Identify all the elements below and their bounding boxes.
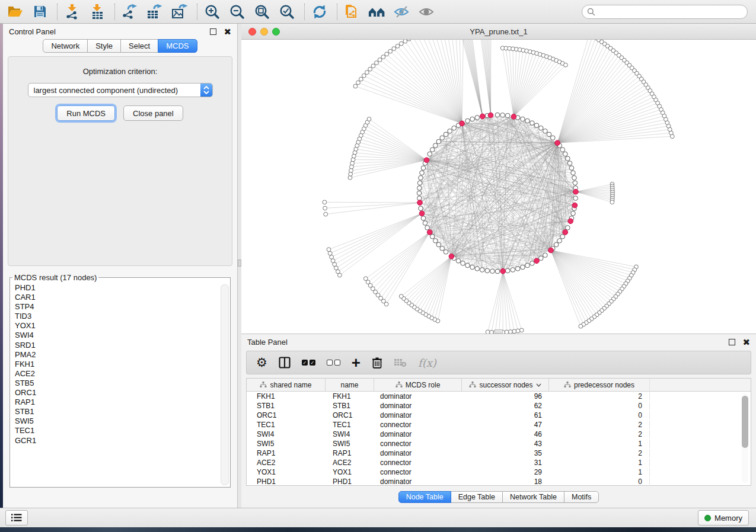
tab-node-table[interactable]: Node Table [398, 491, 451, 503]
network-overview-button[interactable] [368, 3, 386, 21]
clone-network-button[interactable] [343, 3, 361, 21]
table-row[interactable]: TEC1TEC1connector472 [247, 420, 751, 430]
search-input[interactable] [599, 7, 742, 17]
list-item[interactable]: TEC1 [15, 426, 230, 435]
import-table-button[interactable] [88, 3, 106, 21]
select-all-button[interactable]: ✓✓ [302, 355, 315, 370]
table-row[interactable]: STB1STB1dominator620 [247, 401, 751, 411]
memory-button[interactable]: Memory [698, 510, 749, 525]
close-panel-icon[interactable]: ✖ [742, 338, 750, 347]
list-item[interactable]: SRD1 [15, 341, 230, 350]
toolbar-separator [337, 4, 337, 20]
tab-select[interactable]: Select [120, 39, 158, 53]
deselect-all-button[interactable] [327, 355, 340, 370]
tab-style[interactable]: Style [87, 39, 121, 53]
column-header-successor-nodes[interactable]: successor nodes [462, 379, 549, 391]
list-item[interactable]: CAR1 [15, 293, 230, 302]
close-panel-icon[interactable]: ✖ [224, 27, 231, 36]
column-visibility-button[interactable] [279, 355, 291, 370]
list-item[interactable]: SWI4 [15, 331, 230, 340]
task-list-icon [11, 514, 22, 522]
list-item[interactable]: ORC1 [15, 388, 230, 398]
delete-table-icon [394, 358, 407, 367]
list-item[interactable]: PMA2 [15, 350, 230, 360]
result-scrollbar[interactable] [221, 284, 229, 485]
float-panel-icon[interactable] [210, 28, 216, 35]
table-row[interactable]: FKH1FKH1dominator962 [247, 392, 751, 401]
network-view-panel: YPA_prune.txt_1 [241, 24, 756, 334]
run-mcds-button[interactable]: Run MCDS [57, 105, 115, 121]
table-row[interactable]: ACE2ACE2connector311 [247, 458, 751, 467]
delete-column-button[interactable] [372, 355, 382, 370]
network-canvas[interactable] [241, 40, 756, 334]
control-panel-tabs: Network Style Select MCDS [3, 39, 237, 53]
list-item[interactable]: GCR1 [15, 436, 230, 446]
control-panel: Control Panel ✖ Network Style Select MCD… [3, 24, 238, 508]
list-item[interactable]: SWI5 [15, 416, 230, 426]
table-row[interactable]: PHD1PHD1dominator180 [247, 477, 751, 486]
network-graph[interactable] [241, 40, 756, 334]
refresh-icon [312, 4, 327, 20]
splitter-handle[interactable] [495, 329, 503, 334]
maximize-window-icon[interactable] [272, 28, 280, 36]
list-item[interactable]: ACE2 [15, 369, 230, 379]
control-panel-header: Control Panel ✖ [3, 24, 237, 39]
zoom-selected-button[interactable] [278, 3, 296, 21]
table-mode-button[interactable]: ⚙ [256, 355, 267, 370]
list-item[interactable]: RAP1 [15, 398, 230, 407]
export-table-button[interactable] [146, 3, 164, 21]
column-header-predecessor-nodes[interactable]: predecessor nodes [549, 379, 650, 391]
table-panel-header: Table Panel ✖ [241, 334, 756, 350]
zoom-out-button[interactable] [228, 3, 246, 21]
table-scrollbar[interactable] [742, 393, 748, 483]
list-item[interactable]: STB5 [15, 379, 230, 388]
save-session-button[interactable] [31, 3, 49, 21]
add-column-button[interactable]: + [352, 355, 361, 370]
search-box[interactable] [582, 5, 748, 19]
list-item[interactable]: TID3 [15, 312, 230, 321]
import-network-button[interactable] [63, 3, 81, 21]
zoom-in-icon [205, 4, 220, 20]
show-visual-details-button[interactable] [418, 3, 436, 21]
list-item[interactable]: YOX1 [15, 321, 230, 331]
table-row[interactable]: SWI4SWI4dominator462 [247, 430, 751, 439]
tab-mcds[interactable]: MCDS [158, 39, 197, 53]
float-panel-icon[interactable] [729, 339, 735, 345]
list-item[interactable]: FKH1 [15, 360, 230, 369]
zoom-fit-button[interactable] [253, 3, 271, 21]
toolbar-separator [114, 4, 115, 20]
table-row[interactable]: SWI5SWI5connector431 [247, 439, 751, 448]
minimize-window-icon[interactable] [260, 28, 268, 36]
mcds-result-list[interactable]: PHD1 CAR1 STP4 TID3 YOX1 SWI4 SRD1 PMA2 … [10, 283, 230, 446]
criterion-dropdown[interactable]: largest connected component (undirected) [28, 83, 213, 97]
list-item[interactable]: STP4 [15, 302, 230, 312]
table-row[interactable]: RAP1RAP1dominator352 [247, 448, 751, 458]
tab-motifs[interactable]: Motifs [564, 491, 599, 503]
open-folder-icon [7, 5, 23, 18]
refresh-layout-button[interactable] [311, 3, 328, 21]
export-network-button[interactable] [121, 3, 139, 21]
zoom-selected-icon [279, 4, 295, 20]
table-row[interactable]: ORC1ORC1dominator610 [247, 411, 751, 420]
close-panel-button[interactable]: Close panel [123, 105, 183, 121]
import-table-icon [91, 4, 104, 20]
network-window-titlebar[interactable]: YPA_prune.txt_1 [241, 24, 756, 40]
export-image-button[interactable] [171, 3, 189, 21]
tab-edge-table[interactable]: Edge Table [451, 491, 503, 503]
scrollbar-thumb[interactable] [742, 396, 748, 448]
table-header-row: shared name name MCDS role successor nod… [247, 379, 751, 392]
task-history-button[interactable] [5, 510, 28, 525]
list-item[interactable]: PHD1 [15, 283, 230, 293]
table-row[interactable]: YOX1YOX1connector291 [247, 467, 751, 477]
close-window-icon[interactable] [248, 28, 256, 36]
column-header-mcds-role[interactable]: MCDS role [374, 379, 462, 391]
hide-visual-details-button[interactable] [393, 3, 411, 21]
column-header-name[interactable]: name [326, 379, 374, 391]
zoom-in-button[interactable] [203, 3, 221, 21]
tab-network[interactable]: Network [43, 39, 88, 53]
tab-network-table[interactable]: Network Table [502, 491, 564, 503]
column-namespace-icon [395, 382, 403, 388]
column-header-shared-name[interactable]: shared name [247, 379, 326, 391]
list-item[interactable]: STB1 [15, 407, 230, 416]
open-file-button[interactable] [6, 3, 24, 21]
